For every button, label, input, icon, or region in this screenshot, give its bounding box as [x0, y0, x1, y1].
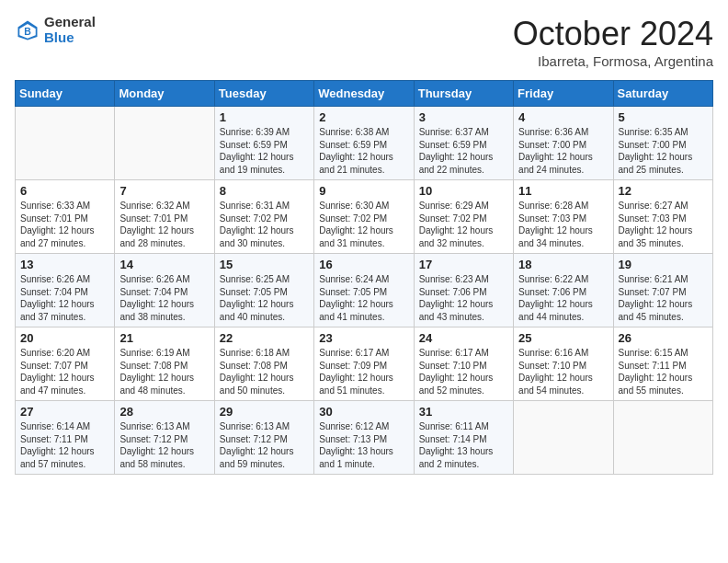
day-info: Sunrise: 6:33 AM Sunset: 7:01 PM Dayligh… [20, 200, 109, 249]
weekday-header-sunday: Sunday [16, 81, 115, 107]
calendar-cell: 25Sunrise: 6:16 AM Sunset: 7:10 PM Dayli… [514, 327, 613, 401]
day-info: Sunrise: 6:13 AM Sunset: 7:12 PM Dayligh… [220, 420, 309, 470]
calendar-cell: 14Sunrise: 6:26 AM Sunset: 7:04 PM Dayli… [115, 254, 214, 327]
weekday-header-saturday: Saturday [613, 81, 712, 107]
calendar-cell: 8Sunrise: 6:31 AM Sunset: 7:02 PM Daylig… [214, 180, 313, 254]
weekday-header-friday: Friday [514, 81, 613, 107]
calendar-cell: 24Sunrise: 6:17 AM Sunset: 7:10 PM Dayli… [414, 327, 513, 401]
day-info: Sunrise: 6:19 AM Sunset: 7:08 PM Dayligh… [119, 347, 209, 396]
day-number: 10 [419, 184, 508, 198]
weekday-header-tuesday: Tuesday [214, 81, 313, 107]
day-info: Sunrise: 6:12 AM Sunset: 7:13 PM Dayligh… [319, 420, 408, 470]
day-info: Sunrise: 6:39 AM Sunset: 6:59 PM Dayligh… [220, 126, 309, 176]
day-info: Sunrise: 6:22 AM Sunset: 7:06 PM Dayligh… [518, 273, 608, 323]
calendar-cell: 5Sunrise: 6:35 AM Sunset: 7:00 PM Daylig… [613, 107, 712, 180]
day-info: Sunrise: 6:17 AM Sunset: 7:09 PM Dayligh… [319, 347, 408, 396]
day-number: 11 [518, 184, 608, 198]
day-number: 26 [619, 331, 708, 345]
day-info: Sunrise: 6:26 AM Sunset: 7:04 PM Dayligh… [20, 273, 109, 323]
day-number: 13 [20, 258, 109, 271]
day-info: Sunrise: 6:31 AM Sunset: 7:02 PM Dayligh… [220, 200, 309, 249]
day-info: Sunrise: 6:11 AM Sunset: 7:14 PM Dayligh… [419, 420, 508, 470]
calendar-cell: 23Sunrise: 6:17 AM Sunset: 7:09 PM Dayli… [314, 327, 414, 401]
calendar-cell: 10Sunrise: 6:29 AM Sunset: 7:02 PM Dayli… [414, 180, 513, 254]
day-number: 14 [119, 258, 209, 271]
day-info: Sunrise: 6:15 AM Sunset: 7:11 PM Dayligh… [619, 347, 708, 396]
weekday-header-wednesday: Wednesday [314, 81, 414, 107]
day-number: 25 [518, 331, 608, 345]
calendar-cell: 19Sunrise: 6:21 AM Sunset: 7:07 PM Dayli… [613, 254, 712, 327]
day-number: 18 [518, 258, 608, 271]
logo: B General Blue [15, 15, 96, 45]
calendar-cell: 17Sunrise: 6:23 AM Sunset: 7:06 PM Dayli… [414, 254, 513, 327]
calendar-cell: 31Sunrise: 6:11 AM Sunset: 7:14 PM Dayli… [414, 401, 513, 475]
calendar-cell [613, 401, 712, 475]
day-info: Sunrise: 6:36 AM Sunset: 7:00 PM Dayligh… [518, 126, 608, 176]
calendar-cell: 29Sunrise: 6:13 AM Sunset: 7:12 PM Dayli… [214, 401, 313, 475]
day-info: Sunrise: 6:21 AM Sunset: 7:07 PM Dayligh… [619, 273, 708, 323]
day-number: 3 [419, 110, 508, 124]
day-info: Sunrise: 6:20 AM Sunset: 7:07 PM Dayligh… [20, 347, 109, 396]
calendar-cell: 9Sunrise: 6:30 AM Sunset: 7:02 PM Daylig… [314, 180, 414, 254]
day-info: Sunrise: 6:27 AM Sunset: 7:03 PM Dayligh… [619, 200, 708, 249]
weekday-header-thursday: Thursday [414, 81, 513, 107]
calendar-cell: 15Sunrise: 6:25 AM Sunset: 7:05 PM Dayli… [214, 254, 313, 327]
day-number: 19 [619, 258, 708, 271]
day-info: Sunrise: 6:26 AM Sunset: 7:04 PM Dayligh… [119, 273, 209, 323]
calendar-cell: 12Sunrise: 6:27 AM Sunset: 7:03 PM Dayli… [613, 180, 712, 254]
day-info: Sunrise: 6:24 AM Sunset: 7:05 PM Dayligh… [319, 273, 408, 323]
day-info: Sunrise: 6:37 AM Sunset: 6:59 PM Dayligh… [419, 126, 508, 176]
day-info: Sunrise: 6:25 AM Sunset: 7:05 PM Dayligh… [220, 273, 309, 323]
day-number: 1 [220, 110, 309, 124]
day-number: 27 [20, 405, 109, 419]
day-number: 6 [20, 184, 109, 198]
calendar-cell: 16Sunrise: 6:24 AM Sunset: 7:05 PM Dayli… [314, 254, 414, 327]
day-number: 9 [319, 184, 408, 198]
calendar-cell: 3Sunrise: 6:37 AM Sunset: 6:59 PM Daylig… [414, 107, 513, 180]
calendar-cell: 1Sunrise: 6:39 AM Sunset: 6:59 PM Daylig… [214, 107, 313, 180]
day-info: Sunrise: 6:17 AM Sunset: 7:10 PM Dayligh… [419, 347, 508, 396]
day-info: Sunrise: 6:18 AM Sunset: 7:08 PM Dayligh… [220, 347, 309, 396]
day-info: Sunrise: 6:14 AM Sunset: 7:11 PM Dayligh… [20, 420, 109, 470]
day-number: 23 [319, 331, 408, 345]
calendar-cell [115, 107, 214, 180]
calendar-cell [514, 401, 613, 475]
calendar-cell: 4Sunrise: 6:36 AM Sunset: 7:00 PM Daylig… [514, 107, 613, 180]
day-number: 31 [419, 405, 508, 419]
calendar-cell: 20Sunrise: 6:20 AM Sunset: 7:07 PM Dayli… [16, 327, 115, 401]
day-number: 22 [220, 331, 309, 345]
weekday-header-monday: Monday [115, 81, 214, 107]
calendar-cell: 2Sunrise: 6:38 AM Sunset: 6:59 PM Daylig… [314, 107, 414, 180]
calendar-cell: 27Sunrise: 6:14 AM Sunset: 7:11 PM Dayli… [16, 401, 115, 475]
day-info: Sunrise: 6:28 AM Sunset: 7:03 PM Dayligh… [518, 200, 608, 249]
calendar-cell [16, 107, 115, 180]
day-number: 15 [220, 258, 309, 271]
day-info: Sunrise: 6:35 AM Sunset: 7:00 PM Dayligh… [619, 126, 708, 176]
day-number: 20 [20, 331, 109, 345]
day-number: 30 [319, 405, 408, 419]
day-number: 8 [220, 184, 309, 198]
calendar-cell: 30Sunrise: 6:12 AM Sunset: 7:13 PM Dayli… [314, 401, 414, 475]
calendar-cell: 6Sunrise: 6:33 AM Sunset: 7:01 PM Daylig… [16, 180, 115, 254]
logo-blue: Blue [44, 29, 74, 45]
day-info: Sunrise: 6:38 AM Sunset: 6:59 PM Dayligh… [319, 126, 408, 176]
day-number: 7 [119, 184, 209, 198]
day-number: 5 [619, 110, 708, 124]
page-header: B General Blue October 2024 Ibarreta, Fo… [15, 15, 713, 69]
calendar-cell: 13Sunrise: 6:26 AM Sunset: 7:04 PM Dayli… [16, 254, 115, 327]
month-title: October 2024 [513, 15, 713, 53]
day-info: Sunrise: 6:32 AM Sunset: 7:01 PM Dayligh… [119, 200, 209, 249]
calendar-cell: 11Sunrise: 6:28 AM Sunset: 7:03 PM Dayli… [514, 180, 613, 254]
calendar-cell: 18Sunrise: 6:22 AM Sunset: 7:06 PM Dayli… [514, 254, 613, 327]
calendar-cell: 28Sunrise: 6:13 AM Sunset: 7:12 PM Dayli… [115, 401, 214, 475]
day-info: Sunrise: 6:23 AM Sunset: 7:06 PM Dayligh… [419, 273, 508, 323]
calendar-cell: 7Sunrise: 6:32 AM Sunset: 7:01 PM Daylig… [115, 180, 214, 254]
title-block: October 2024 Ibarreta, Formosa, Argentin… [513, 15, 713, 69]
day-info: Sunrise: 6:16 AM Sunset: 7:10 PM Dayligh… [518, 347, 608, 396]
calendar-cell: 21Sunrise: 6:19 AM Sunset: 7:08 PM Dayli… [115, 327, 214, 401]
day-number: 17 [419, 258, 508, 271]
generalblue-logo-icon: B [15, 17, 40, 43]
day-number: 2 [319, 110, 408, 124]
calendar-cell: 26Sunrise: 6:15 AM Sunset: 7:11 PM Dayli… [613, 327, 712, 401]
svg-text:B: B [24, 26, 31, 37]
